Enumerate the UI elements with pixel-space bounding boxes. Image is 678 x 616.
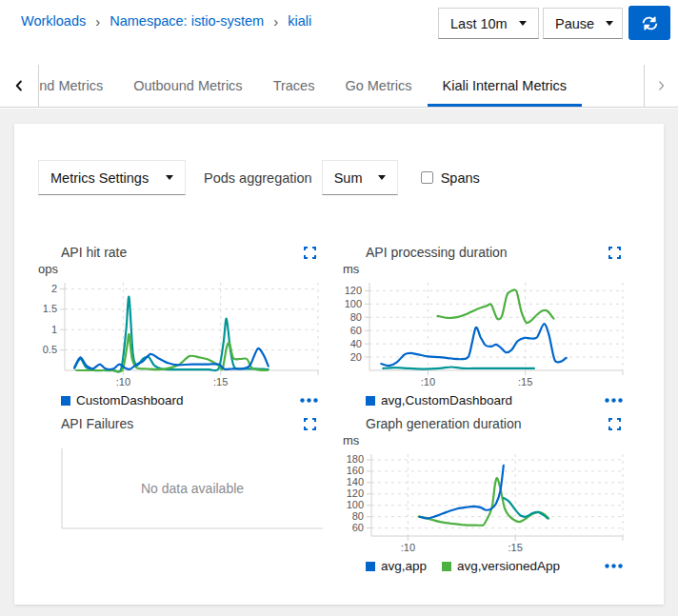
tabs-scroll-right-button[interactable] bbox=[644, 65, 678, 107]
chart-options-kebab-button[interactable] bbox=[603, 396, 625, 405]
spans-toggle: Spans bbox=[421, 170, 480, 186]
caret-down-icon bbox=[519, 21, 527, 26]
legend-swatch-icon bbox=[442, 562, 451, 571]
pods-aggregation-label: Pods aggregation bbox=[204, 170, 312, 186]
chart-title: Graph generation duration bbox=[366, 416, 521, 431]
svg-text::10: :10 bbox=[116, 376, 130, 387]
chart-unit-label: ms bbox=[343, 433, 628, 448]
chart-canvas[interactable]: 20406080100120:10:15 bbox=[343, 277, 628, 389]
tabs-scroll-left-button[interactable] bbox=[0, 65, 39, 107]
chart-canvas[interactable]: 0.511.52:10:15 bbox=[38, 277, 324, 389]
legend-item[interactable]: avg,CustomDashboard bbox=[366, 393, 512, 407]
caret-down-icon bbox=[606, 21, 613, 26]
legend-swatch-icon bbox=[61, 396, 70, 406]
legend-item[interactable]: avg,app bbox=[366, 559, 427, 573]
chart-unit-label: ops bbox=[38, 262, 324, 277]
chart-legend: avg,appavg,versionedApp bbox=[343, 559, 628, 573]
caret-down-icon bbox=[378, 175, 386, 180]
legend-swatch-icon bbox=[366, 562, 375, 571]
chart-api-processing-duration: API processing duration ms 2040608010012… bbox=[343, 243, 628, 407]
chevron-right-icon: › bbox=[95, 13, 100, 29]
chart-title: API processing duration bbox=[366, 245, 508, 260]
metrics-controls: Metrics Settings Pods aggregation Sum Sp… bbox=[38, 160, 480, 195]
top-toolbar: Workloads › Namespace: istio-system › ki… bbox=[0, 0, 678, 65]
svg-text:40: 40 bbox=[350, 338, 362, 349]
svg-text:60: 60 bbox=[352, 522, 364, 533]
ellipsis-icon bbox=[605, 398, 623, 403]
chart-options-kebab-button[interactable] bbox=[603, 562, 625, 570]
expand-chart-button[interactable] bbox=[607, 416, 623, 432]
svg-text:1: 1 bbox=[51, 324, 57, 335]
svg-text:120: 120 bbox=[347, 487, 364, 499]
breadcrumb-link-workload[interactable]: kiali bbox=[288, 13, 311, 29]
expand-chart-button[interactable] bbox=[607, 245, 623, 261]
svg-text::10: :10 bbox=[421, 376, 435, 387]
expand-icon bbox=[608, 418, 621, 430]
chart-title: API Failures bbox=[61, 416, 133, 431]
expand-icon bbox=[304, 247, 316, 259]
svg-text:1.5: 1.5 bbox=[43, 303, 57, 314]
metrics-settings-label: Metrics Settings bbox=[50, 170, 149, 186]
expand-icon bbox=[608, 247, 621, 259]
svg-text:60: 60 bbox=[350, 325, 362, 336]
caret-down-icon bbox=[166, 175, 173, 180]
duration-select[interactable]: Last 10m bbox=[438, 8, 539, 39]
refresh-button[interactable] bbox=[628, 6, 670, 40]
svg-text:120: 120 bbox=[345, 285, 362, 296]
ellipsis-icon bbox=[605, 564, 623, 568]
chart-api-failures: API Failures No data available bbox=[38, 414, 324, 542]
breadcrumb-link-workloads[interactable]: Workloads bbox=[21, 13, 86, 29]
svg-text:100: 100 bbox=[347, 499, 364, 510]
legend-label: avg,app bbox=[381, 559, 427, 573]
tab-go-metrics[interactable]: Go Metrics bbox=[329, 65, 427, 107]
aggregation-select[interactable]: Sum bbox=[322, 160, 398, 195]
page-background: Metrics Settings Pods aggregation Sum Sp… bbox=[0, 109, 678, 616]
svg-text:180: 180 bbox=[347, 453, 364, 465]
svg-text:100: 100 bbox=[345, 298, 362, 309]
legend-label: avg,versionedApp bbox=[457, 559, 560, 573]
legend-label: avg,CustomDashboard bbox=[381, 393, 512, 407]
chevron-right-icon: › bbox=[273, 13, 278, 29]
chart-legend: CustomDashboard bbox=[38, 393, 324, 407]
duration-select-value: Last 10m bbox=[450, 16, 508, 31]
svg-text:140: 140 bbox=[347, 476, 364, 487]
legend-item[interactable]: CustomDashboard bbox=[61, 393, 184, 407]
ellipsis-icon bbox=[300, 398, 318, 403]
tab-kiali-internal-metrics[interactable]: Kiali Internal Metrics bbox=[428, 65, 583, 107]
tab-outbound-metrics[interactable]: Outbound Metrics bbox=[118, 65, 257, 107]
tab-traces[interactable]: Traces bbox=[258, 65, 330, 107]
aggregation-value: Sum bbox=[334, 170, 363, 186]
chart-canvas[interactable]: 6080100120140160180:10:15 bbox=[343, 448, 628, 555]
chart-canvas: No data available bbox=[38, 447, 324, 542]
expand-chart-button[interactable] bbox=[302, 416, 318, 432]
chart-options-kebab-button[interactable] bbox=[298, 396, 320, 405]
refresh-interval-value: Pause bbox=[555, 16, 594, 31]
breadcrumb-link-namespace[interactable]: Namespace: istio-system bbox=[110, 13, 264, 29]
chevron-left-icon bbox=[13, 79, 25, 92]
tab-inbound-metrics[interactable]: Inbound Metrics bbox=[39, 65, 118, 107]
sync-icon bbox=[642, 15, 658, 31]
metrics-settings-dropdown[interactable]: Metrics Settings bbox=[38, 160, 186, 195]
svg-text:160: 160 bbox=[347, 465, 364, 476]
svg-text::15: :15 bbox=[508, 542, 523, 553]
legend-swatch-icon bbox=[366, 396, 375, 406]
legend-item[interactable]: avg,versionedApp bbox=[442, 559, 560, 573]
legend-label: CustomDashboard bbox=[76, 393, 184, 407]
chart-api-hit-rate: API hit rate ops 0.511.52:10:15 CustomDa… bbox=[38, 243, 324, 407]
expand-chart-button[interactable] bbox=[302, 245, 318, 261]
chart-unit-label: ms bbox=[343, 262, 628, 277]
svg-text:20: 20 bbox=[350, 351, 362, 363]
spans-label: Spans bbox=[441, 170, 480, 186]
breadcrumb: Workloads › Namespace: istio-system › ki… bbox=[21, 13, 311, 29]
chart-graph-generation-duration: Graph generation duration ms 60801001201… bbox=[343, 414, 628, 573]
svg-text:80: 80 bbox=[350, 311, 362, 323]
tabs-list: Inbound Metrics Outbound Metrics Traces … bbox=[39, 65, 644, 107]
svg-text:No data available: No data available bbox=[141, 481, 244, 496]
chevron-right-icon bbox=[656, 80, 667, 91]
refresh-interval-select[interactable]: Pause bbox=[543, 8, 623, 39]
spans-checkbox[interactable] bbox=[421, 171, 433, 184]
svg-text:80: 80 bbox=[352, 510, 364, 522]
svg-text::15: :15 bbox=[213, 376, 228, 387]
svg-text:0.5: 0.5 bbox=[43, 344, 57, 355]
svg-text::15: :15 bbox=[518, 376, 532, 387]
